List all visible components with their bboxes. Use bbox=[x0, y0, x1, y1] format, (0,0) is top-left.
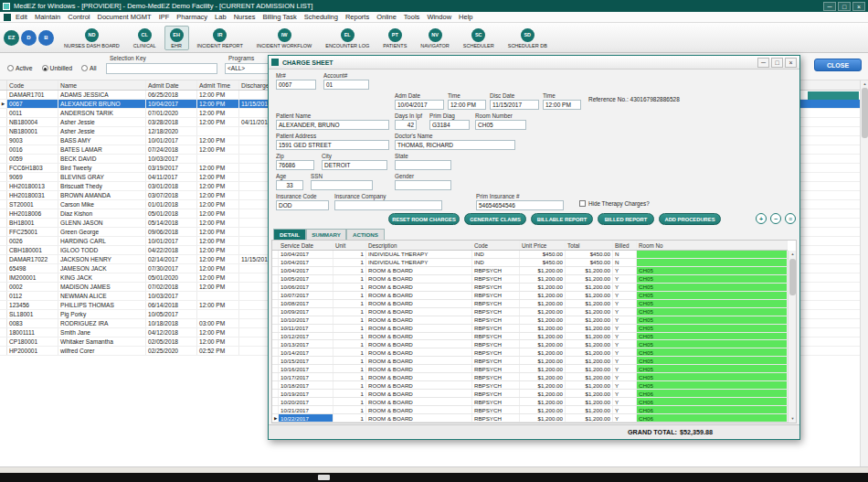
taskbar[interactable] bbox=[0, 473, 868, 482]
toolbar-patients[interactable]: PTPATIENTS bbox=[377, 26, 412, 50]
adm-time-input[interactable]: 12:00 PM bbox=[448, 100, 486, 110]
taskbar-item[interactable] bbox=[318, 475, 330, 480]
radio-unbilled[interactable]: Unbilled bbox=[42, 65, 73, 71]
col-room-no[interactable]: Room No bbox=[637, 241, 788, 250]
tab-summary[interactable]: SUMMARY bbox=[306, 229, 346, 240]
selection-key-input[interactable] bbox=[106, 63, 217, 74]
tab-actions[interactable]: ACTIONS bbox=[346, 229, 385, 240]
insurance-code-input[interactable]: DOD bbox=[276, 200, 329, 210]
charge-row[interactable]: 10/17/20171ROOM & BOARDRBPSYCH$1,200.00$… bbox=[272, 373, 788, 381]
dialog-minimize-button[interactable]: ─ bbox=[757, 58, 769, 68]
disc-time-input[interactable]: 12:00 PM bbox=[543, 100, 581, 110]
menu-item-online[interactable]: Online bbox=[376, 13, 397, 21]
grid-scroll-down-icon[interactable]: ▼ bbox=[789, 415, 797, 423]
charge-row[interactable]: 10/12/20171ROOM & BOARDRBPSYCH$1,200.00$… bbox=[272, 333, 788, 341]
options-button[interactable]: ≡ bbox=[785, 213, 796, 224]
patient-name-input[interactable]: ALEXANDER, BRUNO bbox=[276, 120, 389, 130]
charge-row[interactable]: 10/13/20171ROOM & BOARDRBPSYCH$1,200.00$… bbox=[272, 340, 788, 348]
remove-row-button[interactable]: − bbox=[770, 213, 781, 224]
zip-input[interactable]: 76686 bbox=[276, 160, 314, 170]
charge-row[interactable]: 10/21/20171ROOM & BOARDRBPSYCH$1,200.00$… bbox=[272, 406, 788, 414]
charge-row[interactable]: 10/05/20171ROOM & BOARDRBPSYCH$1,200.00$… bbox=[272, 275, 788, 284]
ssn-input[interactable] bbox=[311, 180, 373, 190]
mr-input[interactable]: 0067 bbox=[276, 80, 316, 90]
hide-therapy-checkbox[interactable] bbox=[579, 200, 586, 207]
col-admit-time[interactable]: Admit Time bbox=[197, 80, 239, 90]
toolbar-incident-workflow[interactable]: IWINCIDENT WORKFLOW bbox=[251, 26, 317, 50]
charge-row[interactable]: 10/04/20171INDIVIDUAL THERAPYIND$450.00$… bbox=[272, 259, 788, 267]
minimize-button[interactable]: ─ bbox=[823, 2, 836, 11]
patient-address-input[interactable]: 1591 GED STREET bbox=[276, 140, 389, 150]
close-list-button[interactable]: CLOSE bbox=[814, 59, 862, 71]
menu-item-tools[interactable]: Tools bbox=[404, 13, 420, 21]
generate-claims-button[interactable]: GENERATE CLAIMS bbox=[464, 213, 526, 225]
charge-row[interactable]: 10/04/20171ROOM & BOARDRBPSYCH$1,200.00$… bbox=[272, 267, 788, 275]
toolbar-encounter-log[interactable]: ELENCOUNTER LOG bbox=[320, 26, 375, 50]
menu-item-scheduling[interactable]: Scheduling bbox=[304, 13, 338, 21]
tab-detail[interactable]: DETAIL bbox=[273, 229, 306, 240]
account-input[interactable]: 01 bbox=[323, 80, 369, 90]
menu-item-window[interactable]: Window bbox=[427, 13, 451, 21]
charge-row[interactable]: 10/04/20171INDIVIDUAL THERAPYIND$450.00$… bbox=[272, 251, 788, 259]
col-billed[interactable]: Billed bbox=[613, 241, 637, 250]
charge-row[interactable]: 10/07/20171ROOM & BOARDRBPSYCH$1,200.00$… bbox=[272, 292, 788, 300]
col-unit-price[interactable]: Unit Price bbox=[520, 241, 566, 250]
gender-input[interactable] bbox=[395, 180, 451, 190]
menu-item-pharmacy[interactable]: Pharmacy bbox=[176, 13, 207, 21]
doctors-name-input[interactable]: THOMAS, RICHARD bbox=[395, 140, 515, 150]
col-total[interactable]: Total bbox=[566, 241, 613, 250]
charge-row[interactable]: 10/08/20171ROOM & BOARDRBPSYCH$1,200.00$… bbox=[272, 300, 788, 308]
dashboard-shortcut-icon[interactable]: D bbox=[21, 30, 37, 46]
menu-item-edit[interactable]: Edit bbox=[16, 13, 27, 21]
grid-scrollbar-thumb[interactable] bbox=[789, 259, 796, 295]
col-service-date[interactable]: Service Date bbox=[279, 241, 333, 250]
col-admit-date[interactable]: Admit Date bbox=[146, 80, 197, 90]
state-input[interactable] bbox=[395, 160, 451, 170]
billing-shortcut-icon[interactable]: B bbox=[38, 30, 54, 46]
dialog-close-button[interactable]: × bbox=[785, 58, 797, 68]
days-in-ipf-input[interactable]: 42 bbox=[395, 120, 417, 130]
prim-insurance-input[interactable]: 54654654546 bbox=[476, 200, 564, 210]
billable-report-button[interactable]: BILLABLE REPORT bbox=[531, 213, 593, 225]
charge-row[interactable]: 10/20/20171ROOM & BOARDRBPSYCH$1,200.00$… bbox=[272, 398, 788, 406]
add-procedures-button[interactable]: ADD PROCEDURES bbox=[659, 213, 721, 225]
charge-row[interactable]: 10/10/20171ROOM & BOARDRBPSYCH$1,200.00$… bbox=[272, 316, 788, 325]
toolbar-ehr[interactable]: EHEHR bbox=[164, 26, 189, 50]
menu-item-document-mgmt[interactable]: Document MGMT bbox=[97, 13, 151, 21]
reset-room-charges-button[interactable]: RESET ROOM CHARGES bbox=[388, 213, 460, 225]
charge-sheet-titlebar[interactable]: CHARGE SHEET ─ □ × bbox=[269, 56, 799, 70]
adm-date-input[interactable]: 10/04/2017 bbox=[395, 100, 444, 110]
col-description[interactable]: Description bbox=[366, 241, 472, 250]
prim-diag-input[interactable]: G3184 bbox=[429, 120, 470, 130]
menu-item-control[interactable]: Control bbox=[68, 13, 90, 21]
age-input[interactable]: 33 bbox=[276, 180, 303, 190]
toolbar-clinical[interactable]: CLCLINICAL bbox=[128, 26, 162, 50]
toolbar-incident-report[interactable]: IRINCIDENT REPORT bbox=[192, 26, 249, 50]
menu-item-nurses[interactable]: Nurses bbox=[234, 13, 256, 21]
add-row-button[interactable]: + bbox=[756, 213, 767, 224]
close-window-button[interactable]: × bbox=[852, 2, 865, 11]
col-unit[interactable]: Unit bbox=[333, 241, 366, 250]
charge-row[interactable]: ▶10/22/20171ROOM & BOARDRBPSYCH$1,200.00… bbox=[272, 414, 788, 423]
toolbar-scheduler-db[interactable]: SDSCHEDULER DB bbox=[503, 26, 553, 50]
col-charge-code[interactable]: Code bbox=[472, 241, 520, 250]
charge-row[interactable]: 10/11/20171ROOM & BOARDRBPSYCH$1,200.00$… bbox=[272, 325, 788, 333]
menu-item-lab[interactable]: Lab bbox=[215, 13, 227, 21]
menu-item-help[interactable]: Help bbox=[459, 13, 472, 21]
radio-active[interactable]: Active bbox=[7, 65, 33, 71]
charge-row[interactable]: 10/19/20171ROOM & BOARDRBPSYCH$1,200.00$… bbox=[272, 390, 788, 398]
grid-scroll-up-icon[interactable]: ▲ bbox=[789, 251, 797, 258]
col-code[interactable]: Code bbox=[7, 80, 58, 90]
menu-item-ipf[interactable]: IPF bbox=[159, 13, 170, 21]
medez-logo-icon[interactable]: EZ bbox=[4, 30, 19, 46]
scrollbar-thumb[interactable] bbox=[862, 88, 868, 138]
insurance-company-input[interactable] bbox=[334, 200, 442, 210]
scroll-up-icon[interactable]: ▲ bbox=[861, 80, 868, 88]
room-number-input[interactable]: CH05 bbox=[475, 120, 526, 130]
city-input[interactable]: DETROIT bbox=[322, 160, 387, 170]
menu-item-reports[interactable]: Reports bbox=[345, 13, 369, 21]
toolbar-navigator[interactable]: NVNAVIGATOR bbox=[415, 26, 454, 50]
toolbar-nurses-dash-board[interactable]: NDNURSES DASH BOARD bbox=[58, 26, 125, 50]
charge-row[interactable]: 10/16/20171ROOM & BOARDRBPSYCH$1,200.00$… bbox=[272, 365, 788, 373]
menu-item-maintain[interactable]: Maintain bbox=[35, 13, 60, 21]
